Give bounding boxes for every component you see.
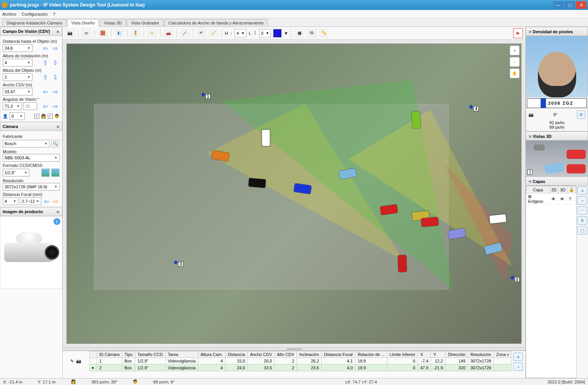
- zoom-out-icon[interactable]: －: [510, 57, 520, 67]
- car-object[interactable]: [421, 217, 439, 227]
- table-row[interactable]: ▸2Box1/2.9"Videovigilancia424.633.5223.6…: [89, 364, 512, 371]
- menu-config[interactable]: Configuración: [22, 12, 48, 16]
- table-header[interactable]: X: [418, 351, 431, 358]
- table-header[interactable]: Tamaño CCD: [135, 351, 165, 358]
- car-object[interactable]: [489, 214, 507, 224]
- maker-combo[interactable]: Bosch▼: [3, 140, 50, 147]
- settings-icon[interactable]: ⚙: [577, 110, 585, 119]
- table-row[interactable]: 1Box1/2,9"Videovigilancia415,020,0226,24…: [89, 358, 512, 364]
- info-icon[interactable]: i: [53, 218, 60, 225]
- camera-table[interactable]: ID CámaraTipoTamaño CCDTareaAltura Cam.D…: [89, 351, 512, 371]
- height-down-icon[interactable]: ⇩: [51, 59, 60, 66]
- fov-width-input[interactable]: 33,47▼: [3, 88, 32, 95]
- objh-down-icon[interactable]: ⇩: [51, 73, 60, 81]
- youtube-icon[interactable]: ▶: [513, 28, 523, 38]
- maximize-button[interactable]: ▢: [564, 1, 575, 9]
- angle2-input[interactable]: 38: [23, 102, 37, 110]
- focal1-combo[interactable]: 4▼: [3, 197, 18, 205]
- width-right-icon[interactable]: ⇨: [51, 88, 60, 95]
- person-count-input[interactable]: 0▼: [10, 112, 25, 120]
- table-header[interactable]: Relación de ...: [355, 351, 387, 358]
- object-height-input[interactable]: 2▼: [3, 73, 32, 81]
- model-combo[interactable]: NBE-5503-AL▼: [3, 154, 60, 162]
- angle1-input[interactable]: 71,3▼: [3, 102, 22, 110]
- l-value-combo[interactable]: 0▼: [259, 29, 271, 37]
- table-header[interactable]: Ancho CDV: [248, 351, 274, 358]
- add-fence-icon[interactable]: ⧇: [147, 28, 157, 38]
- tab-recorder-view[interactable]: Vista Grabador: [127, 19, 164, 26]
- design-canvas[interactable]: 1234 ＋ － ✋: [66, 44, 522, 344]
- table-header[interactable]: Resolución: [468, 351, 494, 358]
- fov-panel-header[interactable]: Campo De Visión (CDV) «: [0, 27, 62, 36]
- measure-icon[interactable]: 📏: [319, 28, 329, 38]
- table-header[interactable]: Dirección: [445, 351, 468, 358]
- satellite-icon[interactable]: 🛸: [307, 28, 317, 38]
- table-header[interactable]: Distancia Focal: [322, 351, 355, 358]
- color-picker[interactable]: [273, 29, 282, 37]
- pan-hand-icon[interactable]: ✋: [510, 68, 520, 78]
- aspect-wide-icon[interactable]: [41, 168, 50, 177]
- eye-2d-icon[interactable]: 👁: [549, 193, 558, 205]
- distance-right-icon[interactable]: ⇨: [51, 44, 60, 52]
- table-header[interactable]: Distancia: [225, 351, 248, 358]
- table-header[interactable]: Zona v: [494, 351, 512, 358]
- draw-line-icon[interactable]: ／: [180, 28, 190, 38]
- menu-help[interactable]: ?: [53, 12, 55, 16]
- resolution-combo[interactable]: 3072x1728 (5MP 16:9)▼: [3, 183, 60, 191]
- views3d-thumbnail[interactable]: 2: [526, 141, 588, 176]
- menu-file[interactable]: Archivo: [2, 12, 16, 16]
- camera-label[interactable]: 3: [178, 262, 183, 267]
- car-object[interactable]: [248, 178, 266, 188]
- focal2-combo[interactable]: 2.7~12▼: [20, 197, 41, 205]
- expand-icon[interactable]: ⊞: [528, 194, 531, 199]
- layer-more-button[interactable]: ⋯: [577, 206, 587, 215]
- tab-3d-views[interactable]: Vistas 3D: [100, 19, 126, 26]
- color-arrow-icon[interactable]: ▼: [284, 31, 288, 36]
- camera-label[interactable]: 1: [206, 94, 211, 99]
- add-row-button[interactable]: ＋: [513, 353, 523, 361]
- layer-add-button[interactable]: ＋: [577, 186, 587, 195]
- layer-remove-button[interactable]: －: [577, 196, 587, 205]
- splitter[interactable]: [63, 348, 526, 351]
- aspect-std-icon[interactable]: [51, 168, 60, 177]
- zoom-in-icon[interactable]: ＋: [510, 45, 520, 55]
- table-header[interactable]: Y: [431, 351, 445, 358]
- add-camera-icon[interactable]: 📷: [65, 28, 75, 38]
- search-db-icon[interactable]: 🔍: [51, 139, 60, 148]
- clear-icon[interactable]: 🧹: [209, 28, 219, 38]
- layer-text-button[interactable]: A: [577, 216, 587, 225]
- lock-cell-icon[interactable]: ?: [567, 193, 576, 205]
- check-male-icon[interactable]: ✓: [48, 114, 53, 119]
- table-header[interactable]: Límite Inferior: [387, 351, 418, 358]
- grid-icon[interactable]: ▦: [295, 28, 305, 38]
- table-header[interactable]: ID Cámara: [97, 351, 122, 358]
- table-header[interactable]: Tipo: [122, 351, 135, 358]
- camera-label[interactable]: 4: [473, 106, 479, 111]
- eye-3d-icon[interactable]: 👁: [558, 193, 567, 205]
- row-tool-1-icon[interactable]: ✎: [70, 359, 74, 364]
- focal-left-icon[interactable]: ⇦: [43, 197, 50, 205]
- undo-icon[interactable]: ↶: [196, 28, 206, 38]
- camera-panel-header[interactable]: Cámara «: [0, 122, 62, 131]
- row-tool-2-icon[interactable]: 📷: [76, 359, 81, 364]
- add-vehicle-icon[interactable]: 🚗: [164, 28, 173, 38]
- add-shape-icon[interactable]: ◧: [114, 28, 124, 38]
- layer-row[interactable]: ⊞ Erdgesc 👁 👁 ?: [526, 193, 576, 205]
- add-person-icon[interactable]: 🧍: [131, 28, 141, 38]
- add-box-icon[interactable]: ▭: [81, 28, 91, 38]
- table-header[interactable]: Alto CDV: [274, 351, 296, 358]
- tab-bandwidth-calc[interactable]: Calculadora de Ancho de banda y Almacena…: [164, 19, 268, 26]
- angle-left-icon[interactable]: ⇦: [41, 102, 50, 110]
- objh-up-icon[interactable]: ⇧: [41, 73, 50, 81]
- table-header[interactable]: Inclinación: [297, 351, 322, 358]
- height-up-icon[interactable]: ⇧: [41, 59, 50, 66]
- focal-right-icon[interactable]: ⇨: [52, 197, 60, 205]
- pixel-density-header[interactable]: » Densidad de pixeles: [526, 27, 588, 36]
- table-header[interactable]: Tarea: [165, 351, 198, 358]
- car-object[interactable]: [398, 255, 407, 272]
- sensor-combo[interactable]: 1/2,9"▼: [3, 169, 29, 176]
- car-object[interactable]: [262, 129, 270, 146]
- distance-input[interactable]: 24,6▼: [3, 44, 32, 52]
- product-panel-header[interactable]: Imagen de producto «: [0, 207, 62, 216]
- views3d-header[interactable]: » Vistas 3D: [526, 131, 588, 141]
